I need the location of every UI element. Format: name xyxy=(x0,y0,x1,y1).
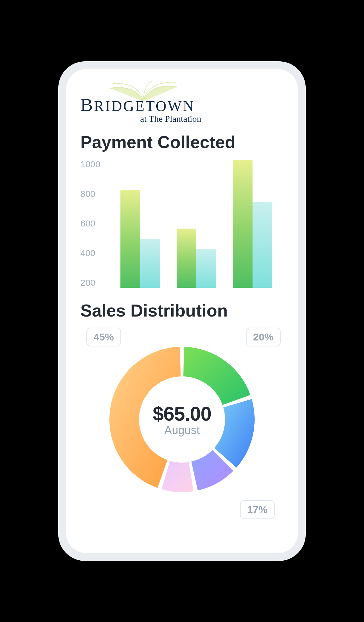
bar-group xyxy=(177,229,216,288)
y-tick: 600 xyxy=(80,218,109,229)
y-tick: 200 xyxy=(80,278,109,288)
y-tick: 1000 xyxy=(80,159,109,169)
slice-badge-20: 20% xyxy=(246,328,281,346)
slice-badge-45: 45% xyxy=(86,328,121,346)
logo-subtitle: at The Plantation xyxy=(140,114,201,124)
donut-center-label: August xyxy=(153,424,211,437)
phone-frame: BRIDGETOWN at The Plantation Payment Col… xyxy=(58,61,306,561)
payment-collected-heading: Payment Collected xyxy=(80,132,284,152)
payment-bar-chart: 1000 800 600 400 200 xyxy=(80,159,284,288)
donut-center-value: $65.00 xyxy=(153,402,211,425)
bar-chart-plot xyxy=(109,159,284,288)
bar-series-a xyxy=(177,229,196,288)
sales-distribution-heading: Sales Distribution xyxy=(80,300,284,320)
sales-donut-chart: $65.00 August 45% 20% 17% xyxy=(80,328,284,519)
bar-series-b xyxy=(253,202,272,288)
bar-group xyxy=(233,160,272,288)
slice-badge-17: 17% xyxy=(240,500,275,519)
donut-slice xyxy=(162,461,193,492)
logo-title: BRIDGETOWN xyxy=(80,94,195,115)
bar-series-a xyxy=(233,160,253,288)
donut-slice xyxy=(214,399,255,468)
bar-series-b xyxy=(140,239,160,288)
stage: BRIDGETOWN at The Plantation Payment Col… xyxy=(0,0,364,622)
bar-group xyxy=(120,190,160,288)
donut-slice xyxy=(183,347,250,405)
brand-logo: BRIDGETOWN at The Plantation xyxy=(80,83,284,119)
y-tick: 800 xyxy=(80,189,109,199)
phone-screen: BRIDGETOWN at The Plantation Payment Col… xyxy=(66,69,298,553)
donut-center: $65.00 August xyxy=(153,402,211,437)
bar-series-a xyxy=(120,190,140,288)
bar-series-b xyxy=(196,249,216,288)
bar-chart-y-axis: 1000 800 600 400 200 xyxy=(80,159,109,288)
y-tick: 400 xyxy=(80,248,109,258)
